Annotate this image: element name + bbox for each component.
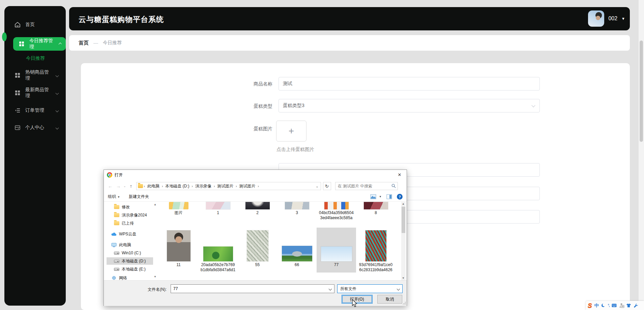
file-item[interactable]: 8 [356, 202, 396, 221]
folder-icon [138, 184, 143, 188]
tree-item-folder[interactable]: 已上传 [107, 219, 153, 227]
wrench-icon[interactable] [634, 303, 638, 308]
help-icon[interactable]: ? [397, 194, 403, 200]
punctuation-icon[interactable]: °, [608, 304, 610, 307]
file-row: 11 20ada05b2e7b769b1dbfa9d3847a6d1 55 66… [159, 228, 400, 273]
new-folder-button[interactable]: 新建文件夹 [129, 194, 149, 200]
moon-icon[interactable] [601, 303, 606, 308]
search-box[interactable] [335, 182, 398, 190]
image-thumbnail [324, 202, 349, 209]
sidebar-item-new-goods-manage[interactable]: 最新商品管理 [4, 86, 66, 100]
address-bar[interactable]: › 此电脑 › 本地磁盘 (D:) › 演示录像 › 测试图片 › 测试图片 ›… [136, 182, 321, 190]
file-item-selected[interactable]: 77 [317, 228, 356, 273]
plus-icon: + [289, 126, 294, 136]
drive-icon [114, 252, 119, 255]
product-name-input[interactable] [279, 77, 540, 91]
file-item-folder[interactable]: 图片 [159, 202, 198, 221]
address-crumb-this-pc[interactable]: 此电脑 [146, 183, 161, 189]
username: 002 [608, 16, 617, 22]
recent-locations-icon[interactable]: ⌄ [123, 184, 126, 188]
chinese-mode-icon[interactable]: 中 [594, 303, 599, 309]
sidebar-item-home[interactable]: 首页 [4, 18, 66, 31]
tree-item-drive-c[interactable]: Win10 (C:) [107, 249, 153, 257]
refresh-icon[interactable]: ↻ [323, 182, 331, 190]
crumb-separator: › [162, 184, 163, 188]
sidebar-item-personal-center[interactable]: 个人中心 [4, 121, 66, 134]
tree-item-wps-cloud[interactable]: WPS云盘 [107, 230, 153, 238]
address-crumb-test-images-2[interactable]: 测试图片 [238, 183, 257, 189]
address-dropdown-icon[interactable]: ⌄ [316, 184, 318, 188]
tree-label: 修改 [122, 204, 130, 210]
chevron-down-icon [56, 74, 59, 77]
sidebar-item-label: 最新商品管理 [25, 87, 51, 99]
caret-down-icon: ▼ [117, 196, 120, 199]
image-thumbnail [203, 247, 233, 261]
scroll-down-icon[interactable]: ▼ [153, 275, 157, 279]
tree-item-folder[interactable]: 演示录像2024 [107, 211, 153, 219]
breadcrumb-home[interactable]: 首页 [79, 40, 89, 46]
organize-button[interactable]: 组织▼ [108, 194, 120, 200]
file-item[interactable]: 11 [159, 228, 198, 273]
address-crumb-drive-d[interactable]: 本地磁盘 (D:) [164, 183, 191, 189]
drive-icon [114, 260, 119, 263]
tree-item-drive-d[interactable]: 本地磁盘 (D:) [107, 257, 153, 265]
resize-grip[interactable] [403, 302, 406, 305]
tree-item-drive-e[interactable]: 本地磁盘 (E:) [107, 265, 153, 273]
sidebar-subitem-today-recommend[interactable]: 今日推荐 [26, 55, 45, 61]
search-input[interactable] [335, 182, 389, 190]
filetype-combo[interactable]: 所有文件 [337, 284, 403, 293]
cancel-button[interactable]: 取消 [377, 295, 402, 304]
filename-combo[interactable] [171, 284, 334, 293]
thumbnail-view-icon [370, 194, 376, 199]
skin-icon[interactable]: 20 [619, 303, 624, 308]
sidebar-item-order-manage[interactable]: 订单管理 [4, 104, 66, 117]
address-crumb-test-images[interactable]: 测试图片 [216, 183, 235, 189]
forward-icon[interactable]: → [115, 183, 121, 189]
file-item[interactable]: 04bcf34a359d65043ed4faeee3c585a [317, 202, 356, 221]
file-item[interactable]: 20ada05b2e7b769b1dbfa9d3847a6d1 [198, 228, 238, 273]
close-icon[interactable]: ✕ [393, 170, 406, 179]
tree-label: 本地磁盘 (D:) [122, 258, 146, 264]
scrollbar-thumb[interactable] [640, 41, 643, 142]
preview-pane-icon[interactable] [386, 194, 392, 199]
folder-thumbnail [169, 202, 188, 209]
address-crumb-demo-video[interactable]: 演示录像 [194, 183, 213, 189]
file-item[interactable]: 93d76941f9af1ce06c28311b9da4626 [356, 228, 396, 273]
file-name: 3 [296, 210, 298, 215]
breadcrumb-current: 今日推荐 [103, 40, 122, 46]
dialog-titlebar[interactable]: 打开 ✕ [104, 170, 407, 180]
tree-item-folder[interactable]: 修改 [107, 203, 153, 211]
scroll-down-icon[interactable]: ▼ [401, 276, 405, 280]
chevron-down-icon [329, 287, 332, 291]
sidebar-collapse-handle[interactable] [2, 32, 7, 41]
sogou-logo-icon[interactable]: S [588, 302, 592, 309]
sidebar-item-today-recommend-manage[interactable]: 今日推荐管理 [13, 37, 66, 51]
keyboard-icon[interactable] [612, 304, 617, 307]
user-menu[interactable]: 002 ▼ [588, 10, 625, 27]
file-item[interactable]: 66 [277, 228, 317, 273]
scroll-up-icon[interactable]: ▲ [153, 203, 157, 207]
cake-type-select[interactable]: 蛋糕类型3 [279, 99, 540, 112]
tree-item-this-pc[interactable]: 此电脑 [107, 241, 153, 249]
crumb-separator: › [192, 184, 193, 188]
tree-label: 本地磁盘 (E:) [122, 266, 146, 272]
image-upload-box[interactable]: + [276, 121, 306, 141]
field-label-cake-type: 蛋糕类型 [232, 103, 272, 109]
change-view-button[interactable]: ▼ [370, 194, 382, 199]
back-icon[interactable]: ← [107, 183, 113, 189]
scrollbar-thumb[interactable] [402, 207, 405, 233]
up-icon[interactable]: ↑ [128, 183, 134, 189]
crumb-separator: › [258, 184, 259, 188]
file-item[interactable]: 3 [277, 202, 317, 221]
open-button[interactable]: 打开(O) [342, 295, 373, 304]
image-thumbnail [282, 246, 312, 261]
shirt-icon[interactable] [626, 303, 631, 308]
sidebar-item-label: 今日推荐管理 [29, 38, 54, 50]
file-item[interactable]: 1 [198, 202, 238, 221]
scroll-up-icon[interactable]: ▲ [401, 202, 405, 206]
file-item[interactable]: 55 [238, 228, 277, 273]
file-open-dialog: 打开 ✕ ← → ⌄ ↑ › 此电脑 › 本地磁盘 (D:) › 演示录像 › … [104, 170, 407, 306]
file-item[interactable]: 2 [238, 202, 277, 221]
sidebar-item-hot-goods-manage[interactable]: 热销商品管理 [4, 69, 66, 82]
filename-input[interactable] [171, 285, 323, 293]
